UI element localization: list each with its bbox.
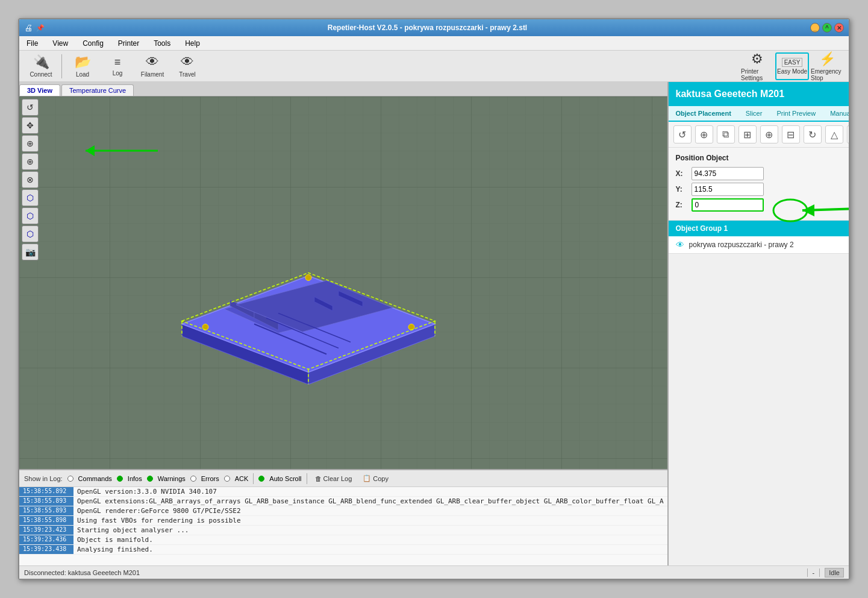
log-row-4: 15:39:23.423 Starting object analyser ..… <box>19 526 667 535</box>
errors-radio[interactable] <box>190 476 196 482</box>
pt-center-button[interactable]: ⊕ <box>695 125 713 143</box>
menu-file[interactable]: File <box>24 38 40 49</box>
pt-add-button[interactable]: ⊕ <box>760 125 778 143</box>
reset-tool[interactable]: ⊗ <box>22 171 39 188</box>
zoom-in-tool[interactable]: ⊕ <box>22 135 39 152</box>
maximize-button[interactable]: ^ <box>822 23 832 33</box>
pt-undo-button[interactable]: ↺ <box>673 125 692 143</box>
pos-x-label: X: <box>676 169 688 178</box>
menu-config[interactable]: Config <box>80 38 106 49</box>
main-window: 🖨 📌 Repetier-Host V2.0.5 - pokrywa rozpu… <box>18 18 850 580</box>
load-icon: 📂 <box>75 54 91 70</box>
log-row-2: 15:38:55.893 OpenGL renderer:GeForce 980… <box>19 506 667 516</box>
log-ts-0: 15:38:55.892 <box>19 487 73 496</box>
tab-manual-control[interactable]: Manual Control <box>823 106 849 122</box>
filament-button[interactable]: 👁 Filament <box>136 52 169 80</box>
log-msg-3: Using fast VBOs for rendering is possibl… <box>73 516 667 525</box>
log-icon: ≡ <box>114 56 121 69</box>
load-label: Load <box>76 71 89 78</box>
screenshot-tool[interactable]: 📷 <box>22 244 39 260</box>
log-label: Log <box>113 70 123 77</box>
viewport-3d[interactable]: ↺ ✥ ⊕ ⊕ ⊗ ⬡ ⬡ ⬡ 📷 <box>19 96 667 469</box>
travel-label: Travel <box>179 71 195 78</box>
log-ts-5: 15:39:23.436 <box>19 535 73 544</box>
printer-settings-button[interactable]: ⚙ Printer Settings <box>740 52 774 80</box>
tab-slicer[interactable]: Slicer <box>738 106 770 122</box>
tab-object-placement[interactable]: Object Placement <box>669 106 738 122</box>
status-bar: Disconnected: kaktusa Geeetech M201 - Id… <box>19 565 849 579</box>
log-msg-4: Starting object analyser ... <box>73 526 667 535</box>
tab-print-preview[interactable]: Print Preview <box>769 106 823 122</box>
pt-copy-button[interactable]: ⧉ <box>717 125 735 143</box>
clear-log-label: Clear Log <box>323 475 352 482</box>
log-row-0: 15:38:55.892 OpenGL version:3.3.0 NVIDIA… <box>19 487 667 497</box>
commands-radio[interactable] <box>67 476 73 482</box>
viewport-tabs: 3D View Temperature Curve <box>19 82 667 96</box>
minimize-button[interactable]: _ <box>810 23 820 33</box>
menu-help[interactable]: Help <box>183 38 202 49</box>
pt-remove-button[interactable]: ⊟ <box>782 125 800 143</box>
connect-button[interactable]: 🔌 Connect <box>24 52 58 80</box>
app-icon: 🖨 <box>24 23 33 33</box>
log-sep-2 <box>307 473 307 484</box>
ack-radio[interactable] <box>224 476 230 482</box>
iso-view-tool[interactable]: ⬡ <box>22 189 39 206</box>
close-button[interactable]: ✕ <box>834 23 844 33</box>
log-ts-3: 15:38:55.898 <box>19 516 73 525</box>
status-state: Idle <box>825 568 844 578</box>
pos-z-label: Z: <box>676 201 688 209</box>
emergency-stop-label: Emergency Stop <box>811 68 843 81</box>
pt-mirror-button[interactable]: ▲ <box>847 125 849 143</box>
pos-x-input[interactable] <box>692 167 764 180</box>
title-bar: 🖨 📌 Repetier-Host V2.0.5 - pokrywa rozpu… <box>19 19 849 36</box>
pt-arrange-button[interactable]: ⊞ <box>738 125 757 143</box>
travel-button[interactable]: 👁 Travel <box>170 52 204 80</box>
menu-view[interactable]: View <box>50 38 70 49</box>
log-msg-1: OpenGL extensions:GL_ARB_arrays_of_array… <box>73 497 667 506</box>
copy-button[interactable]: 📋 Copy <box>360 473 392 483</box>
object-eye-icon[interactable]: 👁 <box>676 240 684 250</box>
emergency-stop-button[interactable]: ⚡ Emergency Stop <box>810 52 844 80</box>
printer-settings-label: Printer Settings <box>741 68 773 81</box>
commands-label: Commands <box>78 475 112 482</box>
title-bar-left: 🖨 📌 <box>24 23 45 33</box>
load-button[interactable]: 📂 Load <box>66 52 99 80</box>
log-ts-2: 15:38:55.893 <box>19 506 73 515</box>
top-view-tool[interactable]: ⬡ <box>22 207 39 224</box>
tab-temperature-curve[interactable]: Temperature Curve <box>61 84 134 96</box>
warnings-radio[interactable] <box>147 476 153 482</box>
menu-printer[interactable]: Printer <box>116 38 142 49</box>
rotate-tool[interactable]: ↺ <box>22 99 39 116</box>
clear-log-button[interactable]: 🗑 Clear Log <box>312 474 355 483</box>
log-ts-1: 15:38:55.893 <box>19 497 73 506</box>
printer-name: kaktusa Geeetech M201 <box>676 89 785 99</box>
log-button[interactable]: ≡ Log <box>101 52 134 80</box>
log-msg-2: OpenGL renderer:GeForce 9800 GT/PCIe/SSE… <box>73 506 667 515</box>
filament-icon: 👁 <box>146 54 159 70</box>
auto-scroll-radio[interactable] <box>258 476 264 482</box>
easy-mode-button[interactable]: EASY Easy Mode <box>775 52 809 80</box>
log-area: Show in Log: Commands Infos Warnings Err… <box>19 469 667 565</box>
show-in-log-label: Show in Log: <box>24 475 63 482</box>
tab-3d-view[interactable]: 3D View <box>19 84 60 96</box>
pt-scale-button[interactable]: △ <box>825 125 843 143</box>
svg-marker-26 <box>802 204 814 216</box>
pt-rotate-button[interactable]: ↻ <box>804 125 822 143</box>
status-sep-1 <box>807 568 808 577</box>
connect-icon: 🔌 <box>33 54 49 70</box>
copy-label: Copy <box>373 475 389 482</box>
pos-y-input[interactable] <box>692 183 764 196</box>
front-view-tool[interactable]: ⬡ <box>22 225 39 242</box>
object-name: pokrywa rozpuszczarki - prawy 2 <box>689 241 849 249</box>
menu-tools[interactable]: Tools <box>151 38 173 49</box>
zoom-fit-tool[interactable]: ⊕ <box>22 153 39 170</box>
annotation-arrow-z <box>772 192 849 225</box>
left-tools: ↺ ✥ ⊕ ⊕ ⊗ ⬡ ⬡ ⬡ 📷 <box>19 96 41 263</box>
filament-label: Filament <box>141 71 164 78</box>
log-row-5: 15:39:23.436 Object is manifold. <box>19 535 667 545</box>
log-msg-0: OpenGL version:3.3.0 NVIDIA 340.107 <box>73 487 667 496</box>
infos-radio[interactable] <box>117 476 123 482</box>
pos-z-input[interactable] <box>692 198 764 212</box>
move-tool[interactable]: ✥ <box>22 117 39 134</box>
panel-tabs: Object Placement Slicer Print Preview Ma… <box>669 106 849 122</box>
